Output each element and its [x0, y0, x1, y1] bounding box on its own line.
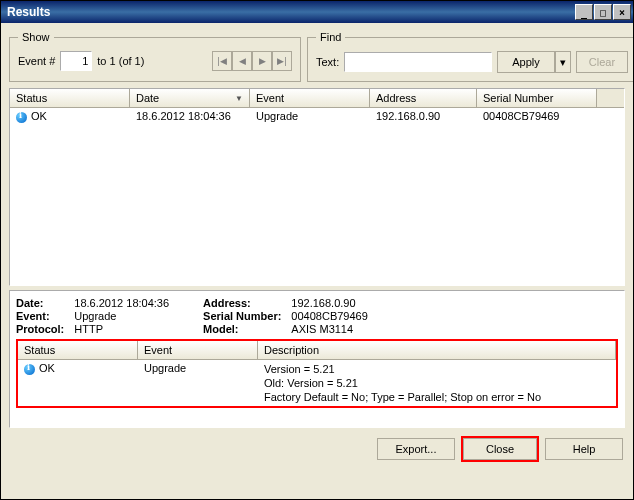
detail-value-protocol: HTTP	[74, 323, 169, 335]
minimize-button[interactable]: _	[575, 4, 593, 20]
cell-date: 18.6.2012 18:04:36	[130, 108, 250, 125]
col-header-address[interactable]: Address	[370, 89, 477, 107]
cell-serial: 00408CB79469	[477, 108, 597, 125]
window-controls: _ □ ×	[575, 4, 631, 20]
event-number-input[interactable]	[60, 51, 92, 71]
find-text-input[interactable]	[344, 52, 492, 72]
col-header-serial[interactable]: Serial Number	[477, 89, 597, 107]
results-table: Status Date▼ Event Address Serial Number…	[9, 88, 625, 286]
detail-label-address: Address:	[203, 297, 281, 309]
dt-header-status[interactable]: Status	[18, 341, 138, 359]
table-row[interactable]: OK 18.6.2012 18:04:36 Upgrade 192.168.0.…	[10, 108, 624, 125]
export-button[interactable]: Export...	[377, 438, 455, 460]
dt-cell-event: Upgrade	[138, 360, 258, 406]
info-icon	[24, 364, 35, 375]
col-header-status[interactable]: Status	[10, 89, 130, 107]
window-title: Results	[7, 5, 50, 19]
find-text-label: Text:	[316, 56, 339, 68]
details-table: Status Event Description OK Upgrade Vers…	[16, 339, 618, 408]
col-header-event[interactable]: Event	[250, 89, 370, 107]
clear-button[interactable]: Clear	[576, 51, 628, 73]
maximize-button[interactable]: □	[594, 4, 612, 20]
detail-label-event: Event:	[16, 310, 64, 322]
dt-cell-description: Version = 5.21 Old: Version = 5.21 Facto…	[258, 360, 616, 406]
apply-button[interactable]: Apply	[497, 51, 555, 73]
detail-value-event: Upgrade	[74, 310, 169, 322]
help-button[interactable]: Help	[545, 438, 623, 460]
titlebar: Results _ □ ×	[1, 1, 633, 23]
find-legend: Find	[316, 31, 345, 43]
close-button[interactable]: Close	[463, 438, 537, 460]
dt-cell-status: OK	[39, 362, 55, 374]
detail-label-protocol: Protocol:	[16, 323, 64, 335]
detail-value-model: AXIS M3114	[291, 323, 367, 335]
show-legend: Show	[18, 31, 54, 43]
last-button[interactable]: ▶|	[272, 51, 292, 71]
info-icon	[16, 112, 27, 123]
event-number-label: Event #	[18, 55, 55, 67]
detail-label-date: Date:	[16, 297, 64, 309]
bottom-button-bar: Export... Close Help	[9, 436, 625, 462]
detail-value-serial: 00408CB79469	[291, 310, 367, 322]
prev-button[interactable]: ◀	[232, 51, 252, 71]
apply-dropdown-button[interactable]: ▾	[555, 51, 571, 73]
dt-header-description[interactable]: Description	[258, 341, 616, 359]
detail-value-address: 192.168.0.90	[291, 297, 367, 309]
sort-desc-icon: ▼	[235, 94, 243, 103]
details-panel: Date: 18.6.2012 18:04:36 Event: Upgrade …	[9, 290, 625, 428]
cell-event: Upgrade	[250, 108, 370, 125]
close-highlight: Close	[461, 436, 539, 462]
first-button[interactable]: |◀	[212, 51, 232, 71]
close-window-button[interactable]: ×	[613, 4, 631, 20]
detail-label-model: Model:	[203, 323, 281, 335]
details-table-row[interactable]: OK Upgrade Version = 5.21 Old: Version =…	[18, 360, 616, 406]
find-group: Find Text: Apply ▾ Clear	[307, 31, 634, 82]
detail-value-date: 18.6.2012 18:04:36	[74, 297, 169, 309]
next-button[interactable]: ▶	[252, 51, 272, 71]
cell-address: 192.168.0.90	[370, 108, 477, 125]
dt-header-event[interactable]: Event	[138, 341, 258, 359]
col-header-date[interactable]: Date▼	[130, 89, 250, 107]
show-group: Show Event # to 1 (of 1) |◀ ◀ ▶ ▶|	[9, 31, 301, 82]
event-range-label: to 1 (of 1)	[97, 55, 144, 67]
cell-status: OK	[31, 110, 47, 122]
detail-label-serial: Serial Number:	[203, 310, 281, 322]
